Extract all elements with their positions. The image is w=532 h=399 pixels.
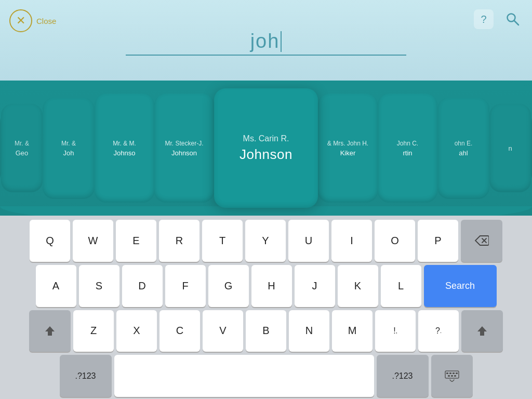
symbol-right-button[interactable]: .?123 <box>377 355 429 397</box>
key-z[interactable]: Z <box>73 310 114 352</box>
card-title: Mr. & <box>15 140 29 147</box>
search-text-value: joh <box>250 30 280 52</box>
key-b[interactable]: B <box>246 310 286 352</box>
keyboard-row-2: A S D F G H J K L Search <box>3 265 529 307</box>
backspace-button[interactable] <box>461 220 502 262</box>
key-a[interactable]: A <box>36 265 76 307</box>
key-v[interactable]: V <box>203 310 243 352</box>
search-text-display[interactable]: joh <box>250 30 282 52</box>
keyboard-row-1: Q W E R T Y U I O P <box>3 220 529 262</box>
svg-rect-9 <box>448 375 450 377</box>
key-c[interactable]: C <box>159 310 200 352</box>
svg-rect-8 <box>456 373 458 374</box>
carousel-card-near-right-1[interactable]: ohn E. ahl <box>437 98 489 199</box>
keyboard-dismiss-button[interactable] <box>431 355 473 397</box>
card-label: Johnso <box>111 149 139 157</box>
carousel-card-adj-right-1[interactable]: & Mrs. John H. Kiker <box>318 94 378 203</box>
keyboard-icon <box>445 370 459 382</box>
key-u[interactable]: U <box>288 220 329 262</box>
card-center-title: Ms. Carin R. <box>243 134 289 143</box>
carousel-area: M Mr. Mr. & Geo Mr. & Joh Mr. & M. Johns… <box>0 81 532 216</box>
shift-right-button[interactable] <box>461 310 503 352</box>
keyboard-row-3: Z X C V B N M !, ?. <box>3 310 529 352</box>
key-q[interactable]: Q <box>30 220 70 262</box>
svg-rect-5 <box>446 373 448 374</box>
card-title: Mr. & M. <box>113 140 136 147</box>
shift-left-icon <box>44 325 56 337</box>
key-r[interactable]: R <box>159 220 200 262</box>
key-h[interactable]: H <box>251 265 292 307</box>
card-label: Geo <box>12 149 32 157</box>
search-button[interactable]: Search <box>424 265 497 307</box>
keyboard-row-4: .?123 .?123 <box>3 355 529 397</box>
search-input-wrapper: joh <box>126 30 406 56</box>
key-t[interactable]: T <box>202 220 243 262</box>
svg-rect-11 <box>454 375 456 377</box>
carousel-card-center[interactable]: Ms. Carin R. Johnson <box>214 88 318 208</box>
close-circle-icon: ✕ <box>9 9 32 32</box>
search-icon-svg <box>506 12 520 26</box>
key-m[interactable]: M <box>332 310 373 352</box>
top-area: ✕ Close ? joh <box>0 0 532 81</box>
carousel-card-adj-left-2[interactable]: Mr. Stecker-J. Johnson <box>154 94 214 203</box>
space-bar[interactable] <box>114 355 374 397</box>
carousel-card-mid-left-1[interactable]: Mr. & Geo <box>1 104 43 192</box>
key-g[interactable]: G <box>208 265 249 307</box>
key-k[interactable]: K <box>338 265 378 307</box>
key-e[interactable]: E <box>116 220 156 262</box>
symbol-left-button[interactable]: .?123 <box>60 355 112 397</box>
svg-rect-6 <box>449 373 451 374</box>
shift-left-button[interactable] <box>29 310 71 352</box>
card-label: Joh <box>60 149 77 157</box>
card-label: ahl <box>456 149 471 157</box>
svg-line-1 <box>514 21 518 25</box>
shift-right-icon <box>476 325 488 337</box>
key-w[interactable]: W <box>73 220 113 262</box>
key-j[interactable]: J <box>295 265 335 307</box>
keyboard-area: Q W E R T Y U I O P A S D F G H J K L Se… <box>0 216 532 399</box>
card-title: ohn E. <box>455 140 473 147</box>
carousel-card-near-left-1[interactable]: Mr. & Joh <box>43 98 95 199</box>
key-d[interactable]: D <box>122 265 163 307</box>
top-right-icons: ? <box>474 9 523 29</box>
card-label: rtin <box>400 149 415 157</box>
close-label: Close <box>36 17 56 25</box>
key-x[interactable]: X <box>116 310 157 352</box>
key-f[interactable]: F <box>165 265 206 307</box>
card-center-name: Johnson <box>236 147 296 163</box>
key-y[interactable]: Y <box>245 220 286 262</box>
card-title: Mr. & <box>61 140 76 147</box>
close-button[interactable]: ✕ Close <box>9 9 56 32</box>
text-cursor <box>281 31 282 52</box>
card-label: Johnson <box>168 149 200 157</box>
help-button[interactable]: ? <box>474 9 494 29</box>
help-icon: ? <box>481 14 486 25</box>
key-n[interactable]: N <box>289 310 329 352</box>
card-label: Kiker <box>337 149 359 157</box>
svg-rect-7 <box>453 373 455 374</box>
key-o[interactable]: O <box>375 220 415 262</box>
key-s[interactable]: S <box>79 265 119 307</box>
key-exclaim-comma[interactable]: !, <box>375 310 416 352</box>
card-title: John C. <box>397 140 418 147</box>
search-button[interactable] <box>503 9 523 29</box>
card-label: n <box>505 144 515 152</box>
card-title: Mr. Stecker-J. <box>165 140 203 147</box>
key-i[interactable]: I <box>331 220 372 262</box>
key-l[interactable]: L <box>381 265 421 307</box>
key-p[interactable]: P <box>418 220 458 262</box>
backspace-icon <box>474 235 489 246</box>
carousel-card-adj-left-1[interactable]: Mr. & M. Johnso <box>95 94 154 203</box>
svg-rect-10 <box>451 375 453 377</box>
svg-rect-4 <box>445 371 459 378</box>
carousel-card-mid-right-1[interactable]: n <box>489 104 531 192</box>
carousel-card-adj-right-2[interactable]: John C. rtin <box>378 94 437 203</box>
key-question-period[interactable]: ?. <box>418 310 459 352</box>
card-title: & Mrs. John H. <box>327 140 368 147</box>
carousel-cards: M Mr. Mr. & Geo Mr. & Joh Mr. & M. Johns… <box>0 81 532 216</box>
